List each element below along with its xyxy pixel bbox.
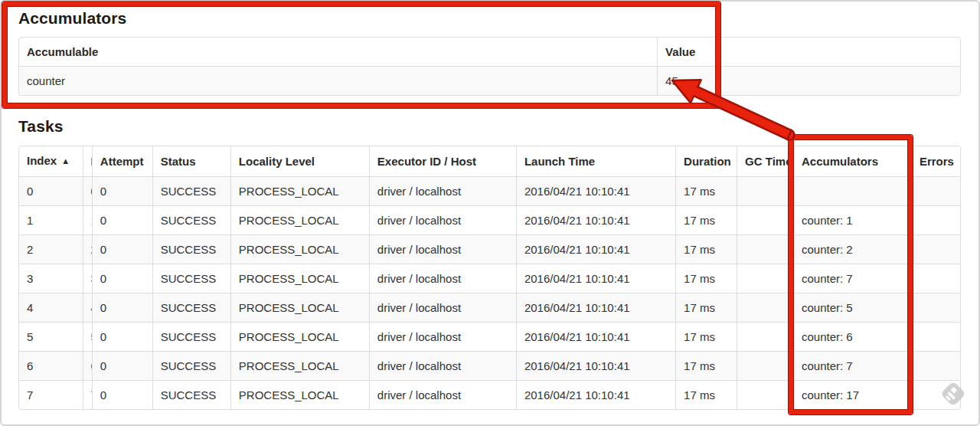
cell-gc-time [737,293,793,322]
cell-status: SUCCESS [152,176,230,205]
cell-index: 1 [19,205,83,234]
header-duration[interactable]: Duration [675,146,737,176]
header-index-sortable[interactable]: Index▲ [19,146,83,176]
cell-status: SUCCESS [152,351,230,380]
task-row: 000SUCCESSPROCESS_LOCALdriver / localhos… [19,176,960,205]
cell-executor: driver / localhost [369,293,516,322]
cell-status: SUCCESS [152,322,230,351]
cell-attempt: 0 [92,380,152,409]
cell-locality: PROCESS_LOCAL [230,351,369,380]
cell-accumulators: counter: 1 [793,205,911,234]
cell-launch: 2016/04/21 10:10:41 [516,351,675,380]
cell-errors [911,322,960,351]
cell-index: 0 [19,176,83,205]
cell-index: 3 [19,264,83,293]
cell-attempt: 0 [92,205,152,234]
cell-errors [911,176,960,205]
cell-id: 5 [83,322,92,351]
header-index-label: Index [27,154,57,167]
accumulator-row: counter 45 [19,66,960,95]
task-row: 550SUCCESSPROCESS_LOCALdriver / localhos… [19,322,960,351]
header-accumulators[interactable]: Accumulators [793,146,911,176]
cell-gc-time [737,322,793,351]
cell-errors [911,380,960,409]
cell-launch: 2016/04/21 10:10:41 [516,234,675,264]
cell-index: 4 [19,293,83,322]
cell-gc-time [737,380,793,409]
cell-duration: 17 ms [675,322,737,351]
cell-duration: 17 ms [675,351,737,380]
tasks-header-row: Index▲ ID Attempt Status Locality Level … [19,146,960,176]
cell-accumulable-name: counter [19,66,657,95]
tasks-table-body: 000SUCCESSPROCESS_LOCALdriver / localhos… [19,176,960,409]
cell-executor: driver / localhost [369,351,516,380]
cell-duration: 17 ms [675,380,737,409]
cell-id: 0 [83,176,92,205]
header-errors[interactable]: Errors [911,146,960,176]
cell-launch: 2016/04/21 10:10:41 [516,293,675,322]
cell-index: 2 [19,234,83,264]
header-status[interactable]: Status [152,146,230,176]
header-id[interactable]: ID [83,146,92,176]
cell-id: 7 [83,380,92,409]
cell-gc-time [737,176,793,205]
cell-accumulable-value: 45 [657,66,960,95]
header-value: Value [657,38,960,66]
cell-launch: 2016/04/21 10:10:41 [516,322,675,351]
cell-attempt: 0 [92,264,152,293]
spark-ui-stage-page: Accumulators Accumulable Value counter 4… [0,0,980,426]
cell-duration: 17 ms [675,205,737,234]
header-gc-time[interactable]: GC Time [737,146,793,176]
cell-launch: 2016/04/21 10:10:41 [516,205,675,234]
accumulators-section-title: Accumulators [18,10,959,27]
task-row: 330SUCCESSPROCESS_LOCALdriver / localhos… [19,264,960,293]
header-launch-time[interactable]: Launch Time [516,146,675,176]
task-row: 770SUCCESSPROCESS_LOCALdriver / localhos… [19,380,960,409]
cell-gc-time [737,351,793,380]
cell-executor: driver / localhost [369,234,516,264]
cell-executor: driver / localhost [369,176,516,205]
cell-locality: PROCESS_LOCAL [230,234,369,264]
sort-asc-icon: ▲ [61,156,70,165]
cell-errors [911,205,960,234]
cell-locality: PROCESS_LOCAL [230,380,369,409]
cell-duration: 17 ms [675,234,737,264]
cell-accumulators: counter: 7 [793,264,911,293]
cell-accumulators: counter: 2 [793,234,911,264]
cell-errors [911,351,960,380]
cell-status: SUCCESS [152,293,230,322]
cell-attempt: 0 [92,234,152,264]
cell-accumulators: counter: 5 [793,293,911,322]
cell-duration: 17 ms [675,176,737,205]
cell-attempt: 0 [92,351,152,380]
cell-status: SUCCESS [152,264,230,293]
task-row: 110SUCCESSPROCESS_LOCALdriver / localhos… [19,205,960,234]
header-executor-id-host[interactable]: Executor ID / Host [369,146,516,176]
cell-index: 6 [19,351,83,380]
cell-attempt: 0 [92,322,152,351]
cell-attempt: 0 [92,176,152,205]
cell-id: 4 [83,293,92,322]
cell-gc-time [737,264,793,293]
cell-index: 7 [19,380,83,409]
cell-accumulators: counter: 6 [793,322,911,351]
cell-index: 5 [19,322,83,351]
cell-id: 6 [83,351,92,380]
task-row: 440SUCCESSPROCESS_LOCALdriver / localhos… [19,293,960,322]
tasks-table: Index▲ ID Attempt Status Locality Level … [18,146,961,410]
cell-executor: driver / localhost [369,205,516,234]
header-attempt[interactable]: Attempt [92,146,152,176]
cell-locality: PROCESS_LOCAL [230,176,369,205]
cell-status: SUCCESS [152,380,230,409]
header-locality-level[interactable]: Locality Level [230,146,369,176]
accumulators-table: Accumulable Value counter 45 [18,37,961,96]
cell-launch: 2016/04/21 10:10:41 [516,264,675,293]
cell-launch: 2016/04/21 10:10:41 [516,380,675,409]
cell-id: 3 [83,264,92,293]
cell-locality: PROCESS_LOCAL [230,205,369,234]
cell-executor: driver / localhost [369,380,516,409]
cell-executor: driver / localhost [369,264,516,293]
cell-gc-time [737,205,793,234]
cell-gc-time [737,234,793,264]
cell-accumulators [793,176,911,205]
